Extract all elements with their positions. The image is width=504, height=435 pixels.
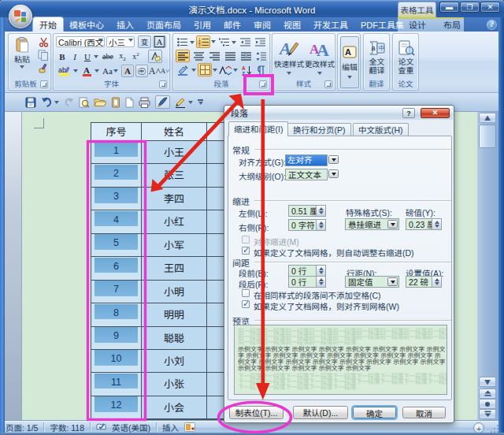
ribbon-tab[interactable]: 审阅	[247, 17, 277, 32]
decrease-indent-button[interactable]	[239, 36, 252, 48]
ribbon-tab[interactable]: 开发工具	[307, 17, 354, 32]
alignment-dropdown[interactable]	[328, 155, 339, 164]
indent-right-spinner[interactable]	[316, 220, 325, 230]
indent-right-field[interactable]: 0 字符	[288, 219, 326, 231]
numbering-dropdown[interactable]	[210, 35, 216, 48]
name-cell[interactable]: 明明	[142, 303, 207, 325]
ribbon-tab[interactable]: 插入	[110, 17, 140, 32]
number-cell[interactable]: 11	[91, 373, 142, 395]
macro-record-icon[interactable]	[184, 422, 195, 432]
at-spinner[interactable]	[432, 277, 441, 287]
number-cell[interactable]: 7	[91, 281, 142, 303]
outline-level-combo[interactable]: 正文文本	[285, 169, 328, 180]
number-cell[interactable]: 12	[91, 396, 142, 418]
name-cell[interactable]: 小军	[142, 234, 207, 256]
alignment-combo[interactable]: 左对齐	[285, 154, 328, 166]
help-icon[interactable]: ?	[487, 20, 497, 30]
tab-line-page-breaks[interactable]: 换行和分页(P)	[287, 123, 351, 136]
shrink-font-button[interactable]: A˅	[161, 65, 169, 77]
name-cell[interactable]: 聪聪	[142, 327, 207, 349]
editing-button[interactable]: A 编辑	[340, 36, 359, 88]
space-before-field[interactable]: 0 行	[288, 265, 326, 277]
font-color-button[interactable]: A	[80, 65, 94, 77]
next-page-button[interactable]	[479, 409, 496, 419]
quick-print-icon[interactable]	[111, 97, 120, 108]
font-name-combo[interactable]: Calibri (西文正文	[56, 36, 105, 47]
borders-button[interactable]	[198, 63, 212, 76]
cut-icon[interactable]	[39, 37, 49, 47]
by-spinner[interactable]	[432, 219, 441, 229]
shading-button[interactable]	[176, 64, 190, 76]
underline-button[interactable]: U	[82, 50, 93, 62]
superscript-button[interactable]: x2	[130, 50, 142, 62]
grow-font-button[interactable]: A˄	[150, 65, 160, 77]
dialog-close-button[interactable]: ✕	[421, 108, 450, 118]
name-cell[interactable]: 李四	[142, 188, 207, 210]
tab-indents-spacing[interactable]: 缩进和间距(I)	[228, 121, 288, 136]
ribbon-tab[interactable]: 模板中心	[63, 17, 110, 32]
scroll-up-button[interactable]: ▲	[479, 113, 496, 123]
paper-check-button[interactable]: 论文 查重	[395, 35, 417, 78]
sort-button[interactable]: AZ	[240, 64, 254, 76]
print-preview-icon[interactable]	[79, 97, 89, 108]
name-cell[interactable]: 小明	[142, 281, 207, 303]
space-after-field[interactable]: 0 行	[288, 276, 326, 288]
quick-styles-button[interactable]: A 快速样式	[274, 35, 304, 78]
line-spacing-button[interactable]	[254, 50, 269, 62]
font-dialog-launcher[interactable]	[159, 80, 167, 88]
mirror-indents-checkbox[interactable]	[242, 236, 250, 244]
cancel-button[interactable]: 取消	[402, 407, 446, 418]
document-table[interactable]: 序号 姓名 1 小王 2 张三	[91, 122, 245, 420]
number-cell[interactable]: 4	[91, 210, 142, 232]
bullets-button[interactable]	[176, 36, 189, 48]
print-icon[interactable]	[139, 97, 150, 108]
name-cell[interactable]: 小红	[142, 210, 207, 232]
scroll-down-button[interactable]: ▼	[479, 377, 496, 387]
underline-dropdown[interactable]	[93, 50, 99, 62]
distribute-button[interactable]	[239, 50, 253, 62]
number-cell[interactable]: 6	[91, 257, 142, 279]
previous-page-button[interactable]	[479, 389, 496, 399]
change-styles-button[interactable]: A A 更改样式	[305, 35, 335, 78]
character-border-button[interactable]: A	[153, 35, 166, 48]
italic-button[interactable]: I	[69, 50, 80, 62]
align-left-button[interactable]	[176, 50, 190, 62]
close-button[interactable]: ✕	[480, 2, 500, 13]
name-cell[interactable]: 王四	[142, 257, 207, 279]
highlight-color-button[interactable]: ab	[56, 65, 72, 77]
ok-button[interactable]: 确定	[353, 407, 396, 418]
number-cell[interactable]: 9	[91, 327, 142, 349]
styles-dialog-launcher[interactable]	[324, 80, 332, 88]
default-button[interactable]: 默认(D)...	[293, 406, 348, 419]
draw-border-button[interactable]	[175, 97, 193, 108]
status-page[interactable]: 页面: 1/5	[6, 422, 38, 433]
tabs-button[interactable]: 制表位(T)...	[229, 406, 284, 419]
full-translate-button[interactable]: a 中 全文 翻译	[365, 35, 388, 78]
new-document-icon[interactable]	[125, 97, 134, 108]
shading-dropdown[interactable]	[191, 64, 196, 76]
no-space-same-style-checkbox[interactable]	[242, 289, 250, 297]
enclose-characters-button[interactable]: ㊥	[135, 65, 148, 77]
spellcheck-icon[interactable]	[96, 422, 106, 432]
table-header-name[interactable]: 姓名	[142, 123, 207, 140]
outline-dropdown[interactable]	[328, 169, 339, 178]
indent-left-field[interactable]: 0.51 厘	[288, 205, 326, 217]
highlight-dropdown[interactable]	[72, 65, 78, 77]
show-hide-marks-button[interactable]	[255, 64, 269, 76]
character-shading-button[interactable]: A	[121, 65, 134, 77]
by-field[interactable]: 0.23 厘	[406, 218, 442, 230]
number-cell[interactable]: 3	[91, 188, 142, 210]
special-format-dropdown[interactable]	[387, 220, 398, 229]
subscript-button[interactable]: x2	[117, 50, 128, 62]
redo-icon[interactable]	[64, 97, 74, 107]
ribbon-tab[interactable]: 视图	[277, 17, 307, 32]
status-wordcount[interactable]: 字数: 118	[50, 422, 84, 433]
office-button[interactable]	[9, 5, 32, 28]
align-right-button[interactable]	[207, 50, 221, 62]
maximize-button[interactable]: ❐	[460, 2, 480, 13]
vertical-scrollbar[interactable]: ▲ ▼	[477, 112, 498, 420]
status-language[interactable]: 英语(美国)	[112, 422, 150, 433]
table-header-no[interactable]: 序号	[91, 123, 142, 140]
dialog-title-bar[interactable]: 段落	[225, 106, 453, 120]
numbering-button[interactable]: 123	[196, 35, 210, 48]
